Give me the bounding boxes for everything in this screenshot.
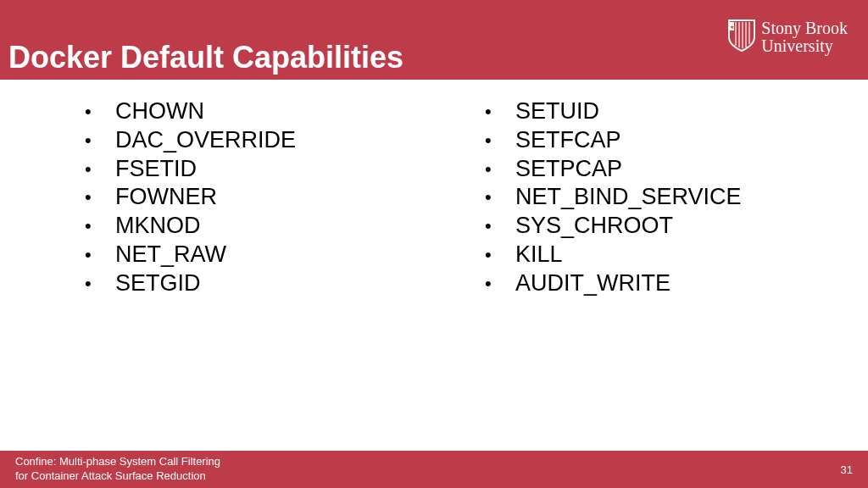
capabilities-list-right: SETUID SETFCAP SETPCAP NET_BIND_SERVICE … bbox=[485, 97, 868, 297]
slide-footer: Confine: Multi-phase System Call Filteri… bbox=[0, 451, 868, 488]
list-item: KILL bbox=[485, 241, 868, 269]
list-item: FOWNER bbox=[85, 183, 434, 212]
list-item: SETFCAP bbox=[485, 126, 868, 155]
shield-icon: ★ bbox=[727, 19, 756, 56]
slide-header: Docker Default Capabilities ★ Stony Broo… bbox=[0, 0, 868, 80]
svg-text:★: ★ bbox=[730, 25, 734, 30]
list-item: NET_BIND_SERVICE bbox=[485, 183, 868, 212]
capabilities-list-left: CHOWN DAC_OVERRIDE FSETID FOWNER MKNOD N… bbox=[85, 97, 434, 297]
university-logo: ★ Stony Brook University bbox=[727, 19, 848, 56]
page-number: 31 bbox=[841, 463, 853, 476]
right-column: SETUID SETFCAP SETPCAP NET_BIND_SERVICE … bbox=[434, 97, 868, 453]
list-item: SETPCAP bbox=[485, 155, 868, 184]
slide-content: CHOWN DAC_OVERRIDE FSETID FOWNER MKNOD N… bbox=[0, 97, 868, 453]
list-item: CHOWN bbox=[85, 97, 434, 126]
footer-caption: Confine: Multi-phase System Call Filteri… bbox=[15, 455, 220, 484]
list-item: DAC_OVERRIDE bbox=[85, 126, 434, 155]
list-item: NET_RAW bbox=[85, 241, 434, 269]
footer-line1: Confine: Multi-phase System Call Filteri… bbox=[15, 455, 220, 469]
logo-text: Stony Brook University bbox=[761, 19, 848, 55]
list-item: SYS_CHROOT bbox=[485, 212, 868, 241]
footer-line2: for Container Attack Surface Reduction bbox=[15, 469, 220, 484]
left-column: CHOWN DAC_OVERRIDE FSETID FOWNER MKNOD N… bbox=[0, 97, 434, 453]
list-item: SETGID bbox=[85, 269, 434, 298]
slide-title: Docker Default Capabilities bbox=[8, 40, 403, 75]
slide: Docker Default Capabilities ★ Stony Broo… bbox=[0, 0, 868, 488]
list-item: SETUID bbox=[485, 97, 868, 126]
logo-line2: University bbox=[761, 37, 848, 55]
logo-line1: Stony Brook bbox=[761, 19, 848, 37]
list-item: FSETID bbox=[85, 155, 434, 184]
list-item: MKNOD bbox=[85, 212, 434, 241]
list-item: AUDIT_WRITE bbox=[485, 269, 868, 298]
